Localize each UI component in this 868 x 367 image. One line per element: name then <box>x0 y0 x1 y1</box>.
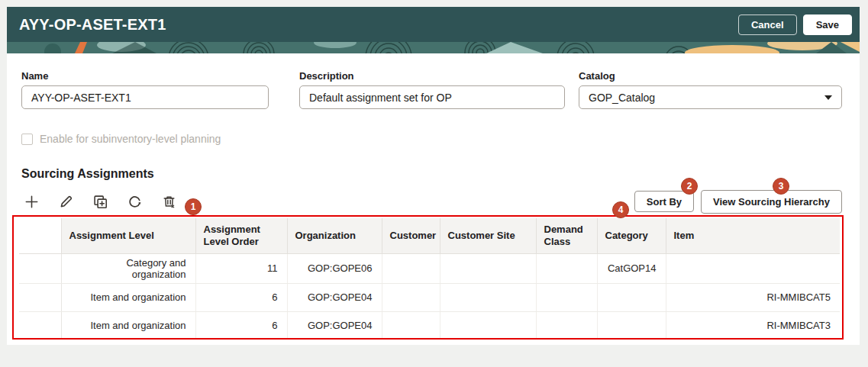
table-cell <box>382 283 440 311</box>
table-cell <box>440 311 536 340</box>
column-header[interactable]: Customer <box>382 218 440 253</box>
table-row[interactable]: Category and organization11GOP:GOPE06Cat… <box>19 253 840 283</box>
table-cell: Category and organization <box>61 253 195 283</box>
table-cell <box>597 311 666 340</box>
row-select-cell <box>19 253 61 283</box>
save-button[interactable]: Save <box>803 14 852 35</box>
table-cell: 11 <box>195 253 287 283</box>
table-cell: RI-MMIBCAT3 <box>666 311 840 340</box>
view-sourcing-hierarchy-button[interactable]: View Sourcing Hierarchy <box>701 190 842 214</box>
table-cell <box>440 253 536 283</box>
column-header[interactable]: Assignment Level Order <box>195 218 287 253</box>
table-cell: RI-MMIBCAT5 <box>666 283 840 311</box>
sourcing-assignments-heading: Sourcing Assignments <box>21 167 860 181</box>
header-actions: Cancel Save <box>738 14 852 35</box>
table-cell: GOP:GOPE04 <box>287 283 382 311</box>
table-header-row: Assignment LevelAssignment Level OrderOr… <box>19 218 840 253</box>
subinventory-checkbox-row: Enable for subinventory-level planning <box>21 133 860 145</box>
assignment-set-window: AYY-OP-ASET-EXT1 Cancel Save <box>7 7 860 345</box>
table-cell <box>382 311 440 340</box>
select-column-header <box>19 218 61 253</box>
column-header[interactable]: Assignment Level <box>61 218 195 253</box>
refresh-button[interactable] <box>127 194 142 209</box>
sort-by-button[interactable]: Sort By <box>634 191 694 212</box>
description-label: Description <box>299 70 565 82</box>
catalog-selected-value: GOP_Catalog <box>589 92 655 104</box>
column-header[interactable]: Customer Site <box>440 218 536 253</box>
table-cell: 6 <box>195 311 287 340</box>
table-cell <box>382 253 440 283</box>
edit-row-button[interactable] <box>58 194 73 209</box>
page-header: AYY-OP-ASET-EXT1 Cancel Save <box>7 7 860 42</box>
cancel-button[interactable]: Cancel <box>738 14 797 35</box>
table-row[interactable]: Item and organization6GOP:GOPE04RI-MMIBC… <box>19 283 840 311</box>
column-header[interactable]: Item <box>666 218 840 253</box>
table-toolbar: Sort By View Sourcing Hierarchy <box>24 190 842 213</box>
name-field-group: Name <box>21 70 269 109</box>
delete-row-button[interactable] <box>161 194 176 209</box>
catalog-select[interactable]: GOP_Catalog <box>579 85 842 109</box>
table-cell: GOP:GOPE06 <box>287 253 382 283</box>
column-header[interactable]: Organization <box>287 218 382 253</box>
description-input[interactable] <box>299 85 565 109</box>
plus-icon <box>24 195 39 209</box>
annotation-badge-3: 3 <box>773 178 789 195</box>
form-row: Name Description Catalog GOP_Catalog <box>7 53 860 109</box>
annotation-box: Assignment LevelAssignment Level OrderOr… <box>12 215 844 340</box>
table-cell: 6 <box>195 283 287 311</box>
trash-icon <box>162 195 176 209</box>
column-header[interactable]: Category <box>597 218 666 253</box>
name-label: Name <box>21 70 269 82</box>
annotation-badge-2: 2 <box>681 178 698 195</box>
table-body: Category and organization11GOP:GOPE06Cat… <box>19 253 840 340</box>
page-body: Name Description Catalog GOP_Catalog Ena… <box>7 53 860 345</box>
duplicate-icon <box>93 195 108 209</box>
table-cell <box>536 283 597 311</box>
table-cell: Item and organization <box>61 311 195 340</box>
annotation-badge-4: 4 <box>612 201 629 218</box>
duplicate-row-button[interactable] <box>92 194 108 209</box>
catalog-field-group: Catalog GOP_Catalog <box>579 70 842 109</box>
table-cell <box>536 311 597 340</box>
table-cell <box>536 253 597 283</box>
table-cell <box>440 283 536 311</box>
toolbar-icons <box>24 194 176 209</box>
catalog-label: Catalog <box>579 70 842 82</box>
sourcing-table: Assignment LevelAssignment Level OrderOr… <box>19 218 840 340</box>
refresh-icon <box>127 195 142 209</box>
name-input[interactable] <box>21 85 269 109</box>
table-cell: Item and organization <box>61 283 195 311</box>
decorative-banner <box>7 42 860 53</box>
row-select-cell <box>19 283 61 311</box>
description-field-group: Description <box>299 70 565 109</box>
add-row-button[interactable] <box>24 194 39 209</box>
page-title: AYY-OP-ASET-EXT1 <box>19 16 166 34</box>
column-header[interactable]: Demand Class <box>536 218 597 253</box>
table-cell <box>597 283 666 311</box>
pencil-icon <box>59 195 73 209</box>
table-cell: CatGOP14 <box>597 253 666 283</box>
subinventory-checkbox[interactable] <box>21 134 33 145</box>
row-select-cell <box>19 311 61 340</box>
subinventory-checkbox-label: Enable for subinventory-level planning <box>40 133 221 145</box>
table-cell: GOP:GOPE04 <box>287 311 382 340</box>
annotation-badge-1: 1 <box>185 198 202 215</box>
table-cell <box>666 253 840 283</box>
chevron-down-icon <box>824 95 832 100</box>
table-row[interactable]: Item and organization6GOP:GOPE04RI-MMIBC… <box>19 311 840 340</box>
